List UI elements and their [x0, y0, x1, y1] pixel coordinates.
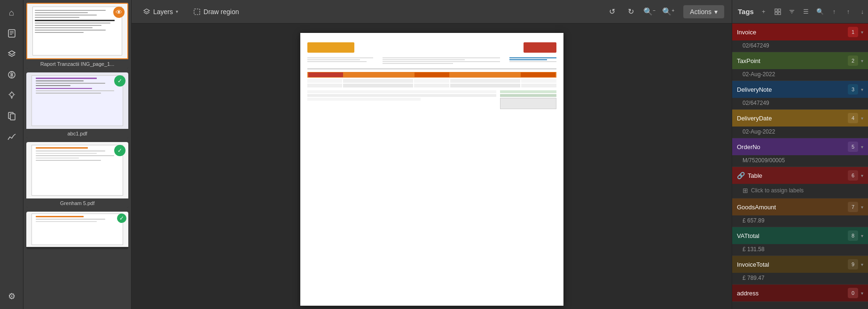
- tag-badge-taxpoint: 2: [848, 55, 858, 66]
- tag-row-vattotal[interactable]: VATtotal 8 ▾: [732, 227, 868, 244]
- tag-group-taxpoint: TaxPoint 2 ▾ 02-Aug-2022: [732, 52, 868, 81]
- doc-badge-check-4: ✓: [117, 214, 126, 223]
- actions-button[interactable]: Actions ▾: [683, 5, 724, 18]
- bulb-icon[interactable]: [3, 87, 21, 104]
- tag-group-orderno: OrderNo 5 ▾ M/752009/00005: [732, 138, 868, 167]
- import-icon[interactable]: ↑: [828, 6, 840, 18]
- tag-badge-table: 6: [848, 170, 858, 181]
- svg-point-7: [10, 93, 14, 96]
- icon-sidebar: ⌂: [0, 0, 23, 309]
- tag-row-deliverydate[interactable]: DeliveryDate 4 ▾: [732, 110, 868, 127]
- tag-badge-orderno: 5: [848, 142, 858, 152]
- tag-name-taxpoint: TaxPoint: [737, 57, 848, 64]
- main-area: Layers ▾ Draw region ↺ ↻ 🔍− 🔍+ Actions ▾: [132, 0, 732, 309]
- tag-value-vattotal: £ 131.58: [732, 244, 868, 255]
- tag-row-orderno[interactable]: OrderNo 5 ▾: [732, 138, 868, 155]
- filter-tags-icon[interactable]: [786, 6, 798, 18]
- chart-icon[interactable]: [3, 128, 21, 146]
- settings-icon[interactable]: ⚙: [3, 287, 21, 305]
- doc-badge-check-2: ✓: [114, 75, 125, 87]
- tag-badge-goodsamount: 7: [848, 202, 858, 212]
- svg-rect-18: [778, 9, 781, 11]
- doc-thumb-4: ✓: [26, 212, 128, 247]
- tag-badge-invoice: 1: [848, 27, 858, 37]
- tag-name-deliverynote: DeliveryNote: [737, 86, 848, 93]
- add-tag-icon[interactable]: +: [758, 6, 770, 18]
- orderno-chevron: ▾: [861, 144, 863, 150]
- tag-group-goodsamount: GoodsAmount 7 ▾ £ 657.89: [732, 198, 868, 227]
- layers-icon-sidebar[interactable]: [3, 45, 21, 63]
- zoom-in-icon[interactable]: 🔍+: [661, 4, 676, 19]
- page-icon[interactable]: [3, 107, 21, 125]
- tag-row-deliverynote[interactable]: DeliveryNote 3 ▾: [732, 81, 868, 98]
- tag-name-orderno: OrderNo: [737, 143, 848, 151]
- table-chevron: ▾: [861, 173, 863, 178]
- document-icon[interactable]: [3, 24, 21, 42]
- doc-page: [300, 33, 563, 306]
- search-tags-icon[interactable]: 🔍: [814, 6, 826, 18]
- tag-row-taxpoint[interactable]: TaxPoint 2 ▾: [732, 52, 868, 69]
- tag-value-invoice: 02/647249: [732, 40, 868, 52]
- svg-rect-20: [778, 12, 781, 15]
- tag-row-table[interactable]: 🔗 Table 6 ▾: [732, 167, 868, 184]
- invoicetotal-chevron: ▾: [861, 262, 863, 267]
- doc-item-4[interactable]: ✓: [26, 212, 128, 249]
- tag-badge-address: 0: [848, 288, 858, 298]
- zoom-out-icon[interactable]: 🔍−: [642, 4, 657, 19]
- layers-label: Layers: [153, 8, 173, 16]
- doc-label-1: Raport Tranzactii ING_page_1...: [26, 59, 128, 69]
- tag-value-deliverynote: 02/647249: [732, 98, 868, 109]
- home-icon[interactable]: ⌂: [3, 4, 21, 22]
- table-assign-icon: ⊞: [743, 187, 748, 194]
- tag-value-deliverydate: 02-Aug-2022: [732, 127, 868, 138]
- undo-icon[interactable]: ↺: [604, 4, 619, 19]
- tag-group-invoice: Invoice 1 ▾ 02/647249: [732, 24, 868, 52]
- goodsamount-chevron: ▾: [861, 205, 863, 210]
- table-assign-label: Click to assign labels: [751, 187, 804, 194]
- redo-icon[interactable]: ↻: [623, 4, 638, 19]
- doc-item-1[interactable]: 👁 Raport Tranzactii ING_page_1...: [26, 3, 128, 69]
- merge-icon[interactable]: [3, 66, 21, 84]
- svg-marker-15: [144, 9, 149, 12]
- layers-button[interactable]: Layers ▾: [139, 6, 182, 17]
- toolbar: Layers ▾ Draw region ↺ ↻ 🔍− 🔍+ Actions ▾: [132, 0, 732, 24]
- doc-thumb-2: ✓: [26, 72, 128, 129]
- tag-row-invoice[interactable]: Invoice 1 ▾: [732, 24, 868, 40]
- doc-item-2[interactable]: ✓ abc1.pdf: [26, 72, 128, 138]
- table-link-icon: 🔗: [737, 172, 745, 179]
- up-arrow-icon[interactable]: ↑: [842, 6, 854, 18]
- tag-badge-invoicetotal: 9: [848, 259, 858, 269]
- draw-region-button[interactable]: Draw region: [189, 6, 242, 17]
- tag-name-goodsamount: GoodsAmount: [737, 204, 848, 211]
- svg-rect-16: [194, 9, 200, 15]
- address-chevron: ▾: [861, 291, 863, 296]
- svg-rect-17: [775, 9, 777, 11]
- doc-item-3[interactable]: ✓ Grenham 5.pdf: [26, 142, 128, 208]
- tags-header-icons: + ☰ 🔍 ↑ ↑ ↓ ⋯: [758, 6, 868, 18]
- tag-row-invoicetotal[interactable]: InvoiceTotal 9 ▾: [732, 256, 868, 273]
- grid-view-icon[interactable]: [772, 6, 784, 18]
- deliverynote-chevron: ▾: [861, 87, 863, 92]
- tag-value-invoicetotal: £ 789.47: [732, 273, 868, 284]
- tag-value-goodsamount: £ 657.89: [732, 215, 868, 227]
- svg-marker-4: [8, 51, 15, 55]
- doc-viewer[interactable]: [132, 24, 732, 309]
- doc-thumb-3: ✓: [26, 142, 128, 198]
- tags-title: Tags: [738, 8, 754, 16]
- deliverydate-chevron: ▾: [861, 116, 863, 121]
- down-arrow-icon[interactable]: ↓: [856, 6, 868, 18]
- svg-rect-14: [10, 114, 15, 120]
- vattotal-chevron: ▾: [861, 233, 863, 238]
- list-view-icon[interactable]: ☰: [800, 6, 812, 18]
- tags-header: Tags + ☰ 🔍 ↑ ↑ ↓: [732, 0, 868, 24]
- tag-group-vattotal: VATtotal 8 ▾ £ 131.58: [732, 227, 868, 256]
- tag-assign-table[interactable]: ⊞ Click to assign labels: [732, 184, 868, 198]
- tag-row-goodsamount[interactable]: GoodsAmount 7 ▾: [732, 198, 868, 215]
- actions-chevron: ▾: [714, 8, 718, 16]
- tag-name-vattotal: VATtotal: [737, 232, 848, 239]
- tag-row-address[interactable]: address 0 ▾: [732, 285, 868, 301]
- tag-name-deliverydate: DeliveryDate: [737, 115, 848, 122]
- doc-sidebar: 👁 Raport Tranzactii ING_page_1... ✓ abc1…: [23, 0, 132, 309]
- tag-badge-vattotal: 8: [848, 230, 858, 241]
- taxpoint-chevron: ▾: [861, 58, 863, 63]
